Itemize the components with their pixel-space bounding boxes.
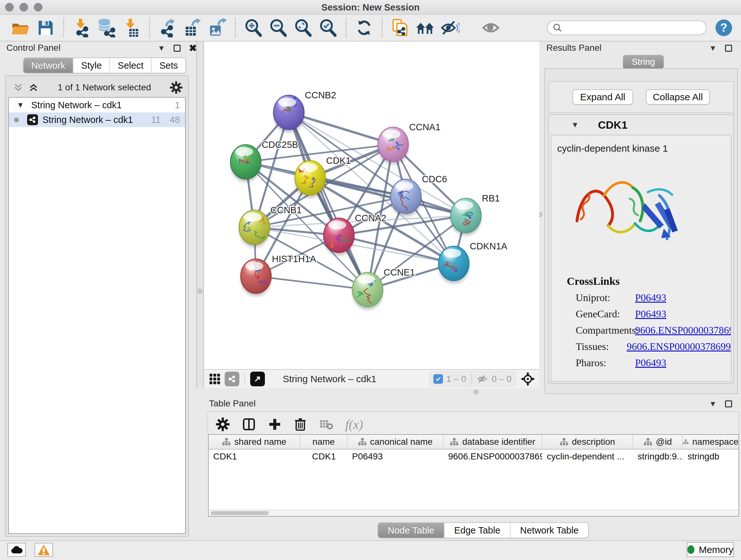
protein-description: cyclin-dependent kinase 1 bbox=[557, 143, 731, 154]
expand-all-icon[interactable] bbox=[28, 82, 39, 93]
expand-all-button[interactable]: Expand All bbox=[572, 89, 633, 105]
cloud-status-button[interactable] bbox=[7, 543, 26, 557]
table-horizontal-scrollbar[interactable] bbox=[208, 509, 739, 516]
float-panel-icon[interactable] bbox=[174, 45, 181, 52]
left-splitter[interactable] bbox=[196, 42, 204, 388]
cell-namespace[interactable]: stringdb bbox=[683, 449, 738, 463]
column-header-description[interactable]: description bbox=[542, 435, 633, 449]
show-all-button[interactable] bbox=[480, 17, 501, 38]
collapse-all-icon[interactable] bbox=[13, 82, 23, 93]
first-neighbors-button[interactable] bbox=[414, 17, 435, 38]
network-graph[interactable]: CCNB2CCNA1CDC25BCDK1CDC6RB1CCNB1CCNA2CDK… bbox=[204, 42, 539, 369]
float-panel-icon[interactable] bbox=[725, 400, 732, 408]
import-table-button[interactable] bbox=[121, 17, 142, 38]
tab-edge-table[interactable]: Edge Table bbox=[444, 523, 510, 538]
detach-view-button[interactable] bbox=[250, 372, 265, 386]
column-header-namespace[interactable]: namespace bbox=[683, 435, 738, 449]
cell-database-identifier[interactable]: 9606.ENSP00000378699 bbox=[444, 449, 542, 463]
cdk1-section-header[interactable]: ▼ CDK1 bbox=[549, 115, 733, 135]
crosslink-label: Pharos: bbox=[576, 357, 635, 369]
crosslink-link[interactable]: 9606.ENSP00000378699 bbox=[627, 341, 731, 353]
table-row[interactable]: CDK1 CDK1 P06493 9606.ENSP00000378699 cy… bbox=[209, 449, 738, 463]
network-thumbnail-icon[interactable] bbox=[225, 372, 239, 386]
panel-menu-icon[interactable]: ▼ bbox=[709, 400, 717, 408]
zoom-out-button[interactable] bbox=[268, 17, 289, 38]
tab-select[interactable]: Select bbox=[110, 58, 151, 73]
grid-view-icon[interactable] bbox=[209, 373, 221, 385]
clone-network-button[interactable] bbox=[390, 17, 411, 38]
tree-expander-icon[interactable]: ▼ bbox=[17, 101, 24, 109]
toolbar-search[interactable] bbox=[547, 20, 706, 35]
warning-status-button[interactable] bbox=[35, 543, 53, 557]
open-file-button[interactable] bbox=[10, 17, 31, 38]
crosslink-link[interactable]: P06493 bbox=[635, 292, 666, 304]
panel-menu-icon[interactable]: ▼ bbox=[709, 44, 717, 52]
scrollbar-thumb[interactable] bbox=[211, 511, 269, 515]
network-node-CDK1[interactable]: CDK1 bbox=[295, 155, 351, 198]
column-header-id[interactable]: @id bbox=[633, 435, 683, 449]
show-columns-icon[interactable] bbox=[242, 417, 256, 431]
network-view-canvas[interactable]: CCNB2CCNA1CDC25BCDK1CDC6RB1CCNB1CCNA2CDK… bbox=[204, 42, 539, 369]
node-table: shared name name canonical name database… bbox=[208, 434, 739, 516]
cell-id[interactable]: stringdb:9... bbox=[633, 449, 683, 463]
gear-icon[interactable] bbox=[170, 81, 183, 94]
import-network-database-button[interactable] bbox=[96, 17, 117, 38]
network-node-CCNE1[interactable]: CCNE1 bbox=[352, 267, 415, 309]
table-gear-icon[interactable] bbox=[216, 417, 230, 431]
column-header-canonical-name[interactable]: canonical name bbox=[347, 435, 444, 449]
zoom-in-icon bbox=[244, 18, 263, 37]
cell-description[interactable]: cyclin-dependent ... bbox=[542, 449, 633, 463]
birds-eye-crosshair-icon[interactable] bbox=[521, 372, 535, 386]
network-row-selected[interactable]: String Network – cdk1 11 48 bbox=[9, 112, 185, 127]
collapse-all-button[interactable]: Collapse All bbox=[646, 89, 710, 105]
cloud-icon bbox=[10, 545, 23, 554]
function-builder-button[interactable]: f(x) bbox=[345, 417, 363, 432]
cell-canonical-name[interactable]: P06493 bbox=[347, 449, 444, 463]
crosslink-link[interactable]: P06493 bbox=[635, 308, 666, 320]
cell-name[interactable]: CDK1 bbox=[300, 449, 347, 463]
zoom-in-button[interactable] bbox=[243, 17, 264, 38]
network-node-HIST1H1A[interactable]: HIST1H1A bbox=[241, 254, 316, 296]
column-header-name[interactable]: name bbox=[300, 435, 347, 449]
crosslink-link[interactable]: P06493 bbox=[635, 357, 666, 369]
network-node-CDKN1A[interactable]: CDKN1A bbox=[439, 241, 508, 283]
cell-shared-name[interactable]: CDK1 bbox=[209, 449, 300, 463]
left-splitter-handle[interactable] bbox=[197, 289, 202, 294]
export-table-button[interactable] bbox=[182, 17, 203, 38]
help-button[interactable]: ? bbox=[716, 19, 732, 36]
crosslink-label: Uniprot: bbox=[576, 292, 635, 304]
hide-selected-button[interactable] bbox=[440, 17, 461, 38]
bottom-splitter-handle[interactable] bbox=[474, 389, 479, 395]
delete-column-trash-icon[interactable] bbox=[293, 417, 307, 431]
network-node-CCNB2[interactable]: CCNB2 bbox=[273, 90, 336, 132]
network-node-RB1[interactable]: RB1 bbox=[451, 193, 500, 235]
panel-menu-icon[interactable]: ▼ bbox=[158, 44, 165, 52]
results-tab-string[interactable]: String bbox=[623, 55, 664, 69]
tab-network[interactable]: Network bbox=[23, 58, 73, 73]
attribute-type-icon bbox=[683, 438, 688, 446]
add-column-icon[interactable] bbox=[268, 418, 281, 431]
column-header-database-identifier[interactable]: database identifier bbox=[444, 435, 542, 449]
crosslink-link[interactable]: 9606.ENSP00000378699 bbox=[635, 324, 731, 336]
memory-button[interactable]: Memory bbox=[687, 542, 734, 557]
float-panel-icon[interactable] bbox=[725, 45, 732, 52]
search-input[interactable] bbox=[565, 23, 701, 33]
close-panel-icon[interactable]: ✖ bbox=[189, 44, 197, 53]
tab-node-table[interactable]: Node Table bbox=[378, 523, 444, 538]
column-header-shared-name[interactable]: shared name bbox=[209, 435, 300, 449]
tab-sets[interactable]: Sets bbox=[151, 58, 185, 73]
export-image-button[interactable] bbox=[207, 17, 228, 38]
zoom-fit-button[interactable] bbox=[293, 17, 314, 38]
tab-style[interactable]: Style bbox=[73, 58, 109, 73]
delete-table-icon[interactable] bbox=[319, 418, 333, 431]
tab-network-table[interactable]: Network Table bbox=[510, 523, 588, 538]
section-expander-icon[interactable]: ▼ bbox=[571, 121, 579, 129]
save-session-button[interactable] bbox=[35, 17, 56, 38]
export-network-button[interactable] bbox=[157, 17, 178, 38]
zoom-selected-button[interactable] bbox=[318, 17, 339, 38]
network-collection-row[interactable]: ▼ String Network – cdk1 1 bbox=[9, 98, 185, 112]
import-network-file-button[interactable] bbox=[71, 17, 92, 38]
refresh-button[interactable] bbox=[354, 17, 375, 38]
network-node-CCNA1[interactable]: CCNA1 bbox=[378, 122, 441, 164]
selected-checkbox-icon[interactable] bbox=[433, 374, 443, 384]
